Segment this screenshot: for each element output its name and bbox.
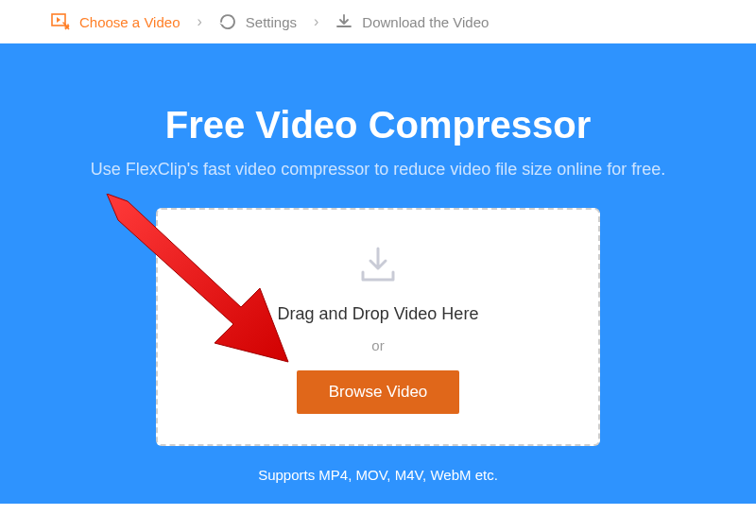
step-download[interactable]: Download the Video	[335, 13, 489, 30]
supports-text: Supports MP4, MOV, M4V, WebM etc.	[38, 467, 718, 483]
dropzone-or: or	[371, 337, 384, 353]
settings-icon	[219, 13, 236, 30]
page-subtitle: Use FlexClip's fast video compressor to …	[38, 160, 718, 180]
video-select-icon	[51, 13, 70, 30]
dropzone[interactable]: Drag and Drop Video Here or Browse Video	[156, 208, 600, 446]
step-choose[interactable]: Choose a Video	[51, 13, 180, 30]
download-icon	[335, 13, 352, 30]
page-title: Free Video Compressor	[38, 104, 718, 146]
chevron-right-icon: ›	[314, 13, 318, 30]
step-download-label: Download the Video	[362, 14, 489, 30]
step-settings-label: Settings	[246, 14, 297, 30]
hero-section: Free Video Compressor Use FlexClip's fas…	[0, 43, 756, 504]
step-choose-label: Choose a Video	[79, 14, 180, 30]
steps-bar: Choose a Video › Settings › Download the…	[0, 0, 756, 43]
browse-video-button[interactable]: Browse Video	[297, 370, 460, 414]
upload-icon	[357, 246, 399, 287]
step-settings[interactable]: Settings	[219, 13, 297, 30]
chevron-right-icon: ›	[197, 13, 201, 30]
dropzone-instruction: Drag and Drop Video Here	[278, 304, 479, 324]
